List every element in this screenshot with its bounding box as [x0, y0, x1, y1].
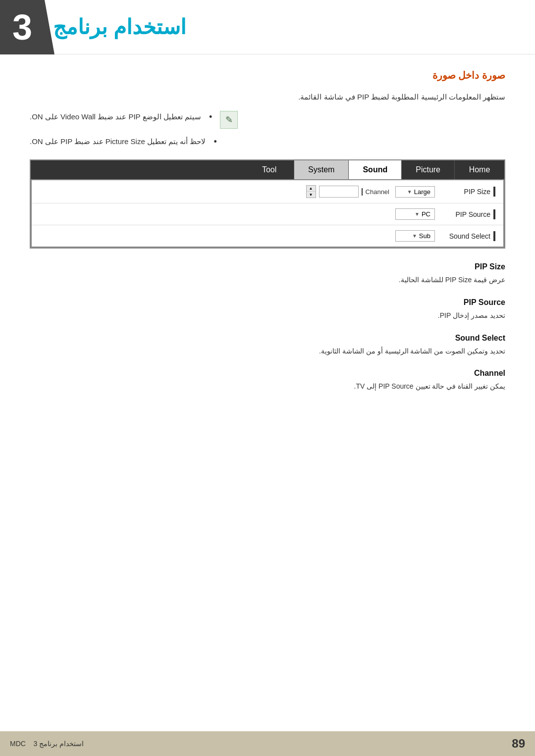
- nav-bar: Home Picture Sound System Tool: [31, 160, 504, 179]
- content-desc: تحديد مصدر إدخال PIP.: [30, 310, 505, 322]
- content-title: PIP Size: [30, 262, 505, 271]
- channel-input[interactable]: [319, 186, 359, 198]
- content-title: PIP Source: [30, 298, 505, 307]
- nav-system[interactable]: System: [294, 160, 349, 179]
- row-bar: [493, 187, 495, 197]
- nav-home[interactable]: Home: [455, 160, 504, 179]
- channel-input-wrap: Channel ▲ ▼: [40, 185, 389, 198]
- table-body: PIP Size Large ▼ Channel ▲ ▼: [31, 179, 504, 248]
- bullet-row-1: ✎ • سيتم تعطيل الوضع PIP عند ضبط Video W…: [30, 111, 505, 129]
- spinner-up-button[interactable]: ▲: [307, 186, 316, 192]
- bullet-dot-1: •: [209, 112, 212, 122]
- nav-sound[interactable]: Sound: [349, 160, 402, 179]
- table-row: PIP Source PC ▼: [32, 203, 503, 225]
- nav-tool[interactable]: Tool: [245, 160, 294, 179]
- content-item-pip-size: PIP Size عرض قيمة PIP Size للشاشة الحالي…: [30, 262, 505, 286]
- page-header: استخدام برنامج MDC 3: [0, 0, 535, 54]
- table-row: PIP Size Large ▼ Channel ▲ ▼: [32, 180, 503, 203]
- content-item-channel: Channel يمكن تغيير القناة في حالة تعيين …: [30, 369, 505, 393]
- section-description: ستظهر المعلومات الرئيسية المطلوبة لضبط P…: [30, 91, 505, 103]
- pip-source-select[interactable]: PC ▼: [395, 208, 435, 220]
- ui-table: Home Picture Sound System Tool PIP Size …: [30, 159, 505, 249]
- row-bar: [493, 209, 495, 219]
- select-arrow-icon: ▼: [407, 189, 412, 195]
- channel-label: Channel: [362, 188, 389, 196]
- sound-select-select[interactable]: Sub ▼: [395, 230, 435, 242]
- content-title: Channel: [30, 369, 505, 378]
- main-content: صورة داخل صورة ستظهر المعلومات الرئيسية …: [0, 54, 535, 419]
- pip-size-select[interactable]: Large ▼: [395, 186, 435, 198]
- content-desc: عرض قيمة PIP Size للشاشة الحالية.: [30, 274, 505, 286]
- footer-label: استخدام برنامج 3 MDC: [10, 740, 84, 748]
- bullet-row-2: • لاحظ أنه يتم تعطيل Picture Size عند ضب…: [30, 136, 505, 148]
- select-arrow-icon: ▼: [412, 233, 417, 239]
- content-desc: يمكن تغيير القناة في حالة تعيين PIP Sour…: [30, 381, 505, 393]
- table-row: Sound Select Sub ▼: [32, 225, 503, 247]
- spinner-down-button[interactable]: ▼: [307, 192, 316, 198]
- row-label-pip-source: PIP Source: [441, 209, 495, 219]
- page-footer: 89 استخدام برنامج 3 MDC: [0, 731, 535, 756]
- row-label-sound-select: Sound Select: [441, 231, 495, 241]
- section-title: صورة داخل صورة: [30, 69, 505, 81]
- content-item-sound-select: Sound Select تحديد وتمكين الصوت من الشاش…: [30, 334, 505, 357]
- note-icon: ✎: [220, 111, 238, 129]
- nav-picture[interactable]: Picture: [402, 160, 455, 179]
- page-number: 89: [512, 737, 525, 751]
- chapter-number: 3: [0, 0, 45, 54]
- bullet-text-1: سيتم تعطيل الوضع PIP عند ضبط Video Wall …: [30, 111, 201, 123]
- content-title: Sound Select: [30, 334, 505, 343]
- content-desc: تحديد وتمكين الصوت من الشاشة الرئيسية أو…: [30, 346, 505, 357]
- bullet-dot-2: •: [214, 137, 216, 147]
- row-label-pip-size: PIP Size: [441, 187, 495, 197]
- select-arrow-icon: ▼: [415, 211, 420, 217]
- content-item-pip-source: PIP Source تحديد مصدر إدخال PIP.: [30, 298, 505, 322]
- channel-spinner: ▲ ▼: [306, 185, 316, 198]
- row-bar: [493, 231, 495, 241]
- bullet-text-2: لاحظ أنه يتم تعطيل Picture Size عند ضبط …: [30, 136, 206, 148]
